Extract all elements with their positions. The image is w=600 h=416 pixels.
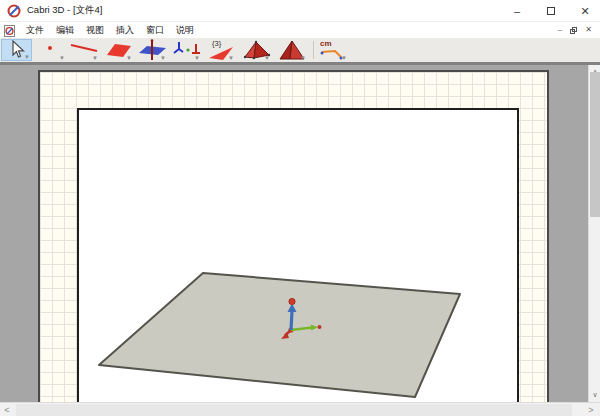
- mdi-close-button[interactable]: ✕: [585, 26, 592, 34]
- maximize-button[interactable]: [542, 2, 560, 20]
- dropdown-arrow-icon: ▼: [92, 55, 98, 61]
- dropdown-arrow-icon: ▼: [300, 55, 306, 61]
- menu-view[interactable]: 视图: [80, 23, 110, 38]
- window-title: Cabri 3D - [文件4]: [27, 4, 103, 17]
- tool-measurement[interactable]: cm ▼: [317, 39, 348, 61]
- dropdown-arrow-icon: ▼: [24, 54, 30, 60]
- maximize-icon: [547, 7, 555, 15]
- toolbar: ▼ ▼ ▼ ▼ ▼: [0, 38, 600, 62]
- dropdown-arrow-icon: ▼: [228, 55, 234, 61]
- minimize-button[interactable]: –: [508, 2, 526, 20]
- app-window: Cabri 3D - [文件4] – ✕ 文件 编辑 视图 插入 窗口 说明 –…: [0, 0, 600, 416]
- menu-window[interactable]: 窗口: [140, 23, 170, 38]
- scroll-down-button[interactable]: ∨: [589, 389, 600, 401]
- mdi-minimize-button[interactable]: –: [558, 26, 562, 34]
- dropdown-arrow-icon: ▼: [341, 55, 347, 61]
- tool-polygons[interactable]: {3} ▼: [204, 39, 235, 61]
- tool-planes[interactable]: ▼: [102, 39, 133, 61]
- menu-insert[interactable]: 插入: [110, 23, 140, 38]
- tool-lines[interactable]: ▼: [68, 39, 99, 61]
- tool-trihedron[interactable]: ▼: [170, 39, 201, 61]
- dropdown-arrow-icon: ▼: [160, 55, 166, 61]
- toolbar-separator: [313, 41, 314, 59]
- tool-regular-polyhedra[interactable]: ▼: [276, 39, 307, 61]
- document-icon: [4, 25, 15, 37]
- z-axis-point[interactable]: [289, 298, 295, 304]
- horizontal-scroll-thumb[interactable]: [16, 404, 572, 416]
- horizontal-scrollbar[interactable]: < >: [0, 402, 600, 416]
- menu-help[interactable]: 说明: [170, 23, 200, 38]
- scroll-right-button[interactable]: >: [585, 403, 597, 416]
- restore-icon: [570, 27, 577, 34]
- menubar: 文件 编辑 视图 插入 窗口 说明 – ✕: [0, 23, 600, 38]
- tool-polyhedra[interactable]: ▼: [240, 39, 271, 61]
- base-plane[interactable]: [99, 273, 460, 397]
- vertical-scroll-thumb[interactable]: [590, 72, 600, 217]
- dropdown-arrow-icon: ▼: [126, 55, 132, 61]
- app-icon: [7, 4, 21, 18]
- drawing-canvas[interactable]: [0, 65, 588, 402]
- dropdown-arrow-icon: ▼: [194, 55, 200, 61]
- z-axis[interactable]: [291, 311, 292, 330]
- y-axis-point[interactable]: [318, 325, 322, 329]
- dropdown-arrow-icon: ▼: [264, 55, 270, 61]
- vertical-scrollbar[interactable]: ∧ ∨: [588, 65, 600, 402]
- tool-perpendicular-plane[interactable]: ▼: [136, 39, 167, 61]
- mdi-restore-button[interactable]: [570, 27, 577, 34]
- tool-manipulation[interactable]: ▼: [1, 39, 32, 61]
- tool-points[interactable]: ▼: [35, 39, 66, 61]
- scene-3d[interactable]: [0, 65, 588, 402]
- menu-file[interactable]: 文件: [20, 23, 50, 38]
- titlebar: Cabri 3D - [文件4] – ✕: [0, 0, 600, 22]
- menu-edit[interactable]: 编辑: [50, 23, 80, 38]
- scroll-left-button[interactable]: <: [1, 403, 13, 416]
- dropdown-arrow-icon: ▼: [59, 55, 65, 61]
- close-button[interactable]: ✕: [576, 2, 594, 20]
